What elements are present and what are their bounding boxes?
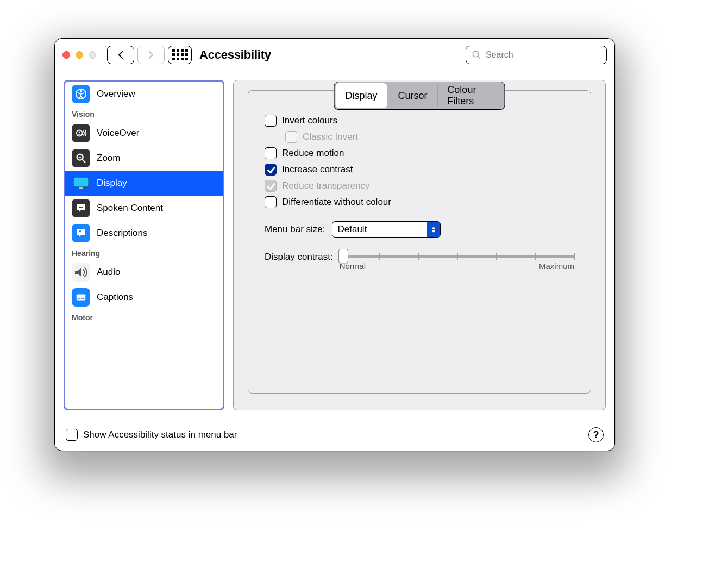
- sidebar-section-motor: Motor: [65, 310, 223, 324]
- row-increase-contrast: Increase contrast: [265, 161, 574, 178]
- sidebar-item-display[interactable]: Display: [65, 171, 223, 196]
- label-reduce-transparency: Reduce transparency: [282, 180, 370, 191]
- voiceover-icon: [72, 124, 90, 142]
- slider-thumb[interactable]: [338, 249, 348, 263]
- help-icon: ?: [593, 429, 599, 441]
- slider-display-contrast[interactable]: Normal Maximum: [340, 251, 574, 271]
- sidebar-item-label: Audio: [97, 267, 120, 278]
- row-display-contrast: Display contrast:: [265, 251, 574, 271]
- sidebar-section-vision: Vision: [65, 107, 223, 121]
- svg-point-8: [79, 207, 80, 208]
- sidebar-item-label: Overview: [97, 89, 135, 99]
- accessibility-icon: [72, 85, 90, 103]
- display-icon: [72, 174, 90, 192]
- sidebar-item-spoken-content[interactable]: Spoken Content: [65, 196, 223, 221]
- svg-text:❞: ❞: [79, 230, 81, 235]
- captions-icon: [72, 288, 90, 307]
- sidebar-item-label: Descriptions: [97, 228, 148, 239]
- chevron-right-icon: [148, 51, 154, 59]
- row-classic-invert: Classic Invert: [265, 129, 574, 145]
- zoom-icon: [72, 149, 90, 167]
- sidebar-item-label: VoiceOver: [97, 128, 139, 139]
- select-value: Default: [338, 224, 367, 235]
- spoken-content-icon: [72, 199, 90, 217]
- grid-icon: [172, 49, 188, 60]
- search-input[interactable]: [486, 50, 601, 60]
- toolbar: Accessibility: [55, 39, 614, 71]
- window: Accessibility Overview Vision VoiceOver: [54, 38, 615, 451]
- svg-point-10: [82, 207, 83, 208]
- slider-max-label: Maximum: [539, 261, 574, 271]
- main-panel: Display Cursor Colour Filters Invert col…: [233, 80, 606, 410]
- label-classic-invert: Classic Invert: [303, 132, 358, 142]
- label-display-contrast: Display contrast:: [265, 251, 333, 263]
- select-menu-bar-size[interactable]: Default: [332, 221, 441, 238]
- sidebar-item-label: Spoken Content: [97, 203, 163, 214]
- svg-point-9: [80, 207, 81, 208]
- checkbox-reduce-motion[interactable]: [265, 147, 277, 159]
- sidebar-item-descriptions[interactable]: ❞ Descriptions: [65, 221, 223, 246]
- row-invert-colours: Invert colours: [265, 113, 574, 129]
- close-window-button[interactable]: [62, 51, 70, 59]
- select-stepper-icon: [427, 222, 440, 237]
- sidebar-item-label: Zoom: [97, 153, 120, 164]
- checkbox-classic-invert: [285, 131, 297, 143]
- label-show-status: Show Accessibility status in menu bar: [83, 429, 237, 440]
- label-reduce-motion: Reduce motion: [282, 148, 344, 159]
- help-button[interactable]: ?: [588, 427, 604, 442]
- sidebar-item-zoom[interactable]: Zoom: [65, 146, 223, 171]
- row-menu-bar-size: Menu bar size: Default: [265, 221, 574, 238]
- tab-display[interactable]: Display: [336, 83, 387, 108]
- sidebar[interactable]: Overview Vision VoiceOver Zoom Displa: [64, 80, 224, 410]
- sidebar-item-audio[interactable]: Audio: [65, 260, 223, 285]
- svg-point-3: [77, 130, 83, 136]
- window-controls: [62, 51, 96, 59]
- footer: Show Accessibility status in menu bar ?: [55, 419, 614, 451]
- search-field[interactable]: [466, 46, 607, 64]
- audio-icon: [72, 263, 90, 282]
- sidebar-item-label: Captions: [97, 292, 133, 303]
- show-all-button[interactable]: [168, 46, 192, 64]
- forward-button[interactable]: [137, 46, 165, 64]
- checkbox-differentiate[interactable]: [265, 196, 277, 208]
- tab-cursor[interactable]: Cursor: [388, 82, 437, 109]
- sidebar-item-label: Display: [97, 178, 127, 189]
- zoom-window-button[interactable]: [89, 51, 96, 59]
- checkbox-reduce-transparency: [265, 180, 277, 192]
- svg-point-2: [80, 91, 82, 92]
- svg-point-4: [79, 132, 80, 133]
- checkbox-show-status[interactable]: [66, 429, 78, 441]
- svg-point-0: [473, 51, 479, 57]
- descriptions-icon: ❞: [72, 224, 90, 242]
- sidebar-section-hearing: Hearing: [65, 246, 223, 260]
- checkbox-increase-contrast[interactable]: [265, 164, 277, 176]
- row-differentiate: Differentiate without colour: [265, 194, 574, 210]
- label-increase-contrast: Increase contrast: [282, 164, 353, 175]
- row-reduce-motion: Reduce motion: [265, 145, 574, 161]
- sidebar-item-overview[interactable]: Overview: [65, 82, 223, 107]
- sidebar-item-captions[interactable]: Captions: [65, 285, 223, 310]
- svg-rect-6: [73, 177, 89, 187]
- label-invert-colours: Invert colours: [282, 115, 337, 126]
- svg-rect-7: [79, 187, 83, 189]
- label-differentiate: Differentiate without colour: [282, 197, 391, 208]
- checkbox-invert-colours[interactable]: [265, 115, 277, 127]
- minimize-window-button[interactable]: [76, 51, 83, 59]
- svg-rect-13: [78, 298, 81, 299]
- tab-colour-filters[interactable]: Colour Filters: [437, 82, 504, 109]
- panel-box: Display Cursor Colour Filters Invert col…: [248, 90, 591, 394]
- back-button[interactable]: [107, 46, 134, 64]
- nav-buttons: [107, 46, 165, 64]
- chevron-left-icon: [117, 51, 124, 59]
- label-menu-bar-size: Menu bar size:: [265, 224, 325, 235]
- body: Overview Vision VoiceOver Zoom Displa: [55, 71, 614, 419]
- svg-rect-12: [77, 295, 86, 301]
- svg-rect-14: [81, 298, 84, 299]
- tab-bar: Display Cursor Colour Filters: [334, 82, 505, 110]
- row-reduce-transparency: Reduce transparency: [265, 178, 574, 194]
- sidebar-item-voiceover[interactable]: VoiceOver: [65, 121, 223, 146]
- page-title: Accessibility: [199, 48, 271, 62]
- search-icon: [472, 50, 481, 60]
